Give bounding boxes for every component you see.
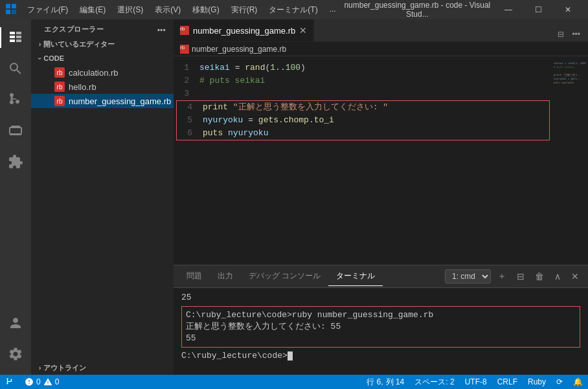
titlebar-menu: ファイル(F) 編集(E) 選択(S) 表示(V) 移動(G) 実行(R) ター…	[22, 3, 341, 17]
file-tree: rb calculation.rb rb hello.rb rb number_…	[31, 65, 174, 108]
status-bar: 0 0 行 6, 列 14 スペース: 2 UTF-8 CRLF Ruby ⟳ …	[0, 375, 588, 389]
bottom-panel: 問題 出力 デバッグ コンソール ターミナル 1: cmd ＋ ⊟ 🗑 ∧ ✕ …	[174, 265, 588, 375]
line-number: 1	[174, 61, 199, 74]
panel-tab-actions: 1: cmd ＋ ⊟ 🗑 ∧ ✕	[445, 268, 583, 285]
code-line-2: 2 # puts seikai	[174, 74, 552, 87]
error-count-value: 0	[36, 377, 41, 386]
cursor-position[interactable]: 行 6, 列 14	[361, 375, 409, 389]
panel-up-button[interactable]: ∧	[550, 269, 565, 284]
close-button[interactable]: ✕	[553, 0, 583, 19]
open-editors-chevron: ›	[39, 41, 41, 48]
line-content: # puts seikai	[199, 74, 552, 87]
menu-go[interactable]: 移動(G)	[187, 3, 224, 17]
breadcrumb-filename: number_guessing_game.rb	[192, 45, 286, 54]
outline-section[interactable]: › アウトライン	[31, 361, 174, 375]
tab-actions: ⊟ •••	[555, 27, 588, 41]
terminal-output-1: 正解と思う整数を入力してください: 55	[186, 321, 576, 333]
sidebar-title: エクスプローラー	[44, 25, 104, 34]
bell-icon: 🔔	[573, 377, 583, 386]
sidebar-header: エクスプローラー •••	[31, 19, 174, 37]
eol[interactable]: CRLF	[492, 375, 523, 389]
window-controls: — ☐ ✕	[493, 0, 583, 19]
code-line-3: 3	[174, 87, 552, 100]
spaces-value: スペース: 2	[414, 377, 454, 388]
error-count[interactable]: 0 0	[19, 375, 64, 389]
line-content: nyuryoku = gets.chomp.to_i	[203, 114, 549, 127]
debug-icon[interactable]	[0, 115, 31, 146]
code-section[interactable]: › CODE	[31, 51, 174, 65]
new-terminal-button[interactable]: ＋	[493, 268, 510, 285]
extensions-icon[interactable]	[0, 146, 31, 177]
code-editor[interactable]: 1 seikai = rand(1..100) 2 # puts seikai …	[174, 56, 552, 265]
terminal-input-line: C:\ruby_lecture\code>	[181, 350, 580, 362]
panel-tab-debug[interactable]: デバッグ コンソール	[241, 267, 328, 286]
encoding-value: UTF-8	[465, 377, 487, 386]
terminal-command-line: C:\ruby_lecture\code>ruby number_guessin…	[186, 309, 576, 321]
terminal-line-number: 25	[181, 292, 580, 304]
code-label: CODE	[43, 54, 64, 62]
sync-button[interactable]: ⟳	[551, 375, 568, 389]
terminal-select[interactable]: 1: cmd	[445, 269, 491, 283]
split-editor-button[interactable]: ⊟	[555, 27, 567, 41]
encoding[interactable]: UTF-8	[460, 375, 492, 389]
code-line-6: 6 puts nyuryoku	[177, 127, 549, 140]
more-actions-button[interactable]: •••	[569, 27, 583, 41]
open-editors-section[interactable]: › 開いているエディター	[31, 37, 174, 51]
minimize-button[interactable]: —	[493, 0, 523, 19]
activity-bar	[0, 19, 31, 375]
eol-value: CRLF	[497, 377, 517, 386]
panel-tab-output[interactable]: 出力	[210, 267, 241, 286]
notification-bell[interactable]: 🔔	[568, 375, 588, 389]
breadcrumb: rb number_guessing_game.rb	[174, 42, 588, 56]
file-calculation[interactable]: rb calculation.rb	[31, 65, 174, 80]
row-value: 行 6,	[367, 377, 383, 388]
file-name: hello.rb	[69, 82, 96, 92]
line-number: 5	[177, 114, 203, 127]
sidebar-more-button[interactable]: •••	[157, 26, 166, 34]
tab-file-icon: rb	[180, 26, 189, 35]
file-number-guessing[interactable]: rb number_guessing_game.rb	[31, 94, 174, 108]
file-hello[interactable]: rb hello.rb	[31, 80, 174, 94]
menu-more[interactable]: ...	[324, 3, 341, 17]
main-layout: エクスプローラー ••• › 開いているエディター › CODE rb calc…	[0, 19, 588, 375]
line-content: print "正解と思う整数を入力してください: "	[203, 101, 549, 114]
editor-area: rb number_guessing_game.rb ✕ ⊟ ••• rb nu…	[174, 19, 588, 375]
terminal-content[interactable]: 25 C:\ruby_lecture\code>ruby number_gues…	[174, 288, 588, 375]
maximize-button[interactable]: ☐	[523, 0, 553, 19]
menu-file[interactable]: ファイル(F)	[22, 3, 73, 17]
terminal-cursor	[288, 351, 293, 361]
ruby-file-icon: rb	[54, 82, 65, 92]
trash-terminal-button[interactable]: 🗑	[531, 269, 548, 284]
search-icon[interactable]	[0, 53, 31, 84]
code-line-5: 5 nyuryoku = gets.chomp.to_i	[177, 114, 549, 127]
indent-type[interactable]: スペース: 2	[409, 375, 459, 389]
svg-rect-2	[6, 10, 10, 14]
line-number: 6	[177, 127, 203, 140]
menu-run[interactable]: 実行(R)	[226, 3, 263, 17]
line-content	[199, 87, 552, 100]
line-number: 2	[174, 74, 199, 87]
split-terminal-button[interactable]: ⊟	[513, 269, 528, 284]
settings-icon[interactable]	[0, 339, 31, 370]
tab-close-button[interactable]: ✕	[299, 25, 307, 36]
file-name: number_guessing_game.rb	[69, 96, 171, 106]
menu-edit[interactable]: 編集(E)	[74, 3, 111, 17]
git-branch[interactable]	[0, 375, 19, 389]
menu-terminal[interactable]: ターミナル(T)	[264, 3, 322, 17]
source-control-icon[interactable]	[0, 84, 31, 115]
sync-icon: ⟳	[556, 377, 563, 386]
language-mode[interactable]: Ruby	[523, 375, 551, 389]
panel-tab-problems[interactable]: 問題	[179, 267, 210, 286]
account-icon[interactable]	[0, 307, 31, 339]
panel-close-button[interactable]: ✕	[567, 269, 583, 284]
status-left: 0 0	[0, 375, 64, 389]
panel-tab-terminal[interactable]: ターミナル	[328, 267, 383, 286]
minimap: seikai = rand(1..100) # puts seikai prin…	[552, 56, 588, 265]
explorer-icon[interactable]	[0, 22, 31, 53]
menu-view[interactable]: 表示(V)	[150, 3, 186, 17]
file-name: calculation.rb	[69, 68, 119, 78]
outline-chevron: ›	[39, 364, 41, 372]
editor-tab-active[interactable]: rb number_guessing_game.rb ✕	[174, 19, 314, 41]
code-line-4: 4 print "正解と思う整数を入力してください: "	[177, 101, 549, 114]
menu-select[interactable]: 選択(S)	[112, 3, 148, 17]
